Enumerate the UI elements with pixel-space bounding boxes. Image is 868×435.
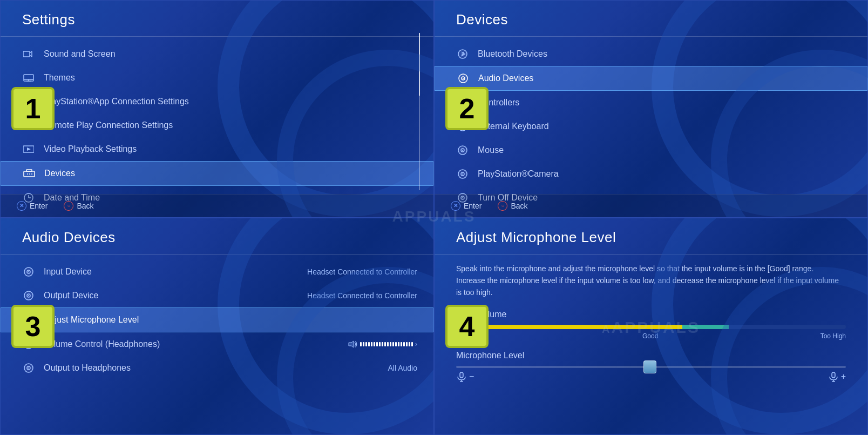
output-headphones-label: Output to Headphones: [44, 363, 131, 373]
audio-devices-icon: [457, 72, 470, 85]
mic-slider-track[interactable]: [456, 366, 846, 368]
menu-item-themes[interactable]: Themes: [1, 66, 433, 90]
input-volume-track[interactable]: [456, 325, 846, 329]
input-device-value: Headset Connected to Controller: [307, 267, 417, 276]
scroll-indicator: [419, 33, 420, 190]
too-high-label: Too High: [820, 332, 846, 340]
mic-description-1: Speak into the microphone and adjust the…: [456, 263, 846, 299]
input-volume-label: Input Volume: [456, 310, 846, 319]
footer-bar-2: ✕ Enter ○ Back: [435, 194, 867, 217]
audio-devices-panel: Audio Devices Input Device Headset Conne…: [0, 218, 434, 436]
volume-ticks: [360, 342, 413, 346]
mouse-icon: [456, 144, 469, 157]
menu-item-devices[interactable]: Devices: [1, 161, 433, 186]
back-button-1[interactable]: ○ Back: [64, 201, 93, 211]
input-device-label: Input Device: [44, 267, 92, 277]
footer-bar-1: ✕ Enter ○ Back: [1, 194, 433, 217]
menu-item-output-device[interactable]: Output Device Headset Connected to Contr…: [1, 284, 433, 307]
output-headphones-icon: [22, 362, 35, 374]
output-headphones-value: All Audio: [388, 364, 417, 372]
svg-point-50: [28, 271, 29, 272]
sound-screen-label: Sound and Screen: [44, 49, 116, 59]
menu-item-controllers[interactable]: Controllers: [435, 91, 867, 115]
audio-devices-label: Audio Devices: [478, 73, 533, 83]
enter-label-2: Enter: [464, 202, 482, 210]
themes-label: Themes: [44, 73, 75, 83]
audio-devices-menu: Input Device Headset Connected to Contro…: [1, 255, 433, 385]
svg-point-44: [462, 173, 463, 175]
menu-item-mouse[interactable]: Mouse: [435, 138, 867, 162]
menu-item-output-headphones[interactable]: Output to Headphones All Audio: [1, 356, 433, 380]
badge-2: 2: [445, 87, 489, 130]
themes-icon: [22, 71, 35, 84]
svg-rect-15: [26, 170, 32, 171]
menu-item-video-playback[interactable]: Video Playback Settings: [1, 137, 433, 161]
back-label-1: Back: [77, 202, 93, 210]
output-device-label: Output Device: [44, 291, 98, 300]
menu-item-ps-camera[interactable]: PlayStation®Camera: [435, 162, 867, 186]
badge-3: 3: [11, 305, 55, 348]
output-device-icon: [22, 289, 35, 302]
o-button-icon: ○: [64, 201, 73, 211]
menu-item-remote-play[interactable]: Remote Play Connection Settings: [1, 113, 433, 137]
audio-devices-title: Audio Devices: [1, 218, 433, 255]
enter-button-2[interactable]: ✕ Enter: [451, 201, 482, 211]
input-device-icon: [22, 265, 35, 278]
adjust-mic-panel: Adjust Microphone Level Speak into the m…: [434, 218, 868, 436]
settings-menu: Sound and Screen Themes PlayStation®Ap: [1, 37, 433, 218]
svg-rect-0: [23, 51, 30, 57]
x-button-icon: ✕: [17, 201, 26, 211]
menu-item-psapp[interactable]: PlayStation®App Connection Settings: [1, 90, 433, 113]
devices-menu: Bluetooth Devices Audio Devices Contro: [435, 37, 867, 215]
settings-panel: Settings Sound and Screen: [0, 0, 434, 218]
speaker-icon: [348, 340, 358, 348]
adjust-mic-title: Adjust Microphone Level: [435, 218, 867, 255]
devices-label: Devices: [44, 169, 75, 178]
menu-item-bluetooth[interactable]: Bluetooth Devices: [435, 42, 867, 66]
mic-slider-thumb[interactable]: [643, 360, 656, 373]
video-playback-label: Video Playback Settings: [44, 144, 137, 154]
svg-point-41: [462, 150, 463, 151]
menu-item-input-device[interactable]: Input Device Headset Connected to Contro…: [1, 260, 433, 284]
slider-labels: Too Low Good Too High: [456, 332, 846, 340]
svg-rect-67: [832, 372, 835, 378]
volume-fill-yellow: [456, 325, 682, 329]
remote-play-label: Remote Play Connection Settings: [44, 121, 173, 130]
devices-title: Devices: [435, 1, 867, 37]
menu-item-ext-keyboard[interactable]: External Keyboard: [435, 115, 867, 138]
sound-screen-icon: [22, 48, 35, 61]
volume-control-label: Volume Control (Headphones): [44, 339, 160, 349]
good-label: Good: [642, 332, 658, 340]
badge-4: 4: [445, 305, 489, 348]
menu-item-volume-control[interactable]: Volume Control (Headphones): [1, 332, 433, 356]
chevron-right-icon: ›: [415, 340, 417, 348]
volume-bar-area: ›: [348, 340, 417, 348]
enter-button-1[interactable]: ✕ Enter: [17, 201, 48, 211]
ps-camera-label: PlayStation®Camera: [478, 169, 559, 179]
mouse-label: Mouse: [478, 145, 504, 155]
bluetooth-label: Bluetooth Devices: [478, 49, 547, 59]
svg-point-53: [28, 295, 29, 296]
bluetooth-icon: [456, 48, 469, 61]
output-device-value: Headset Connected to Controller: [307, 291, 417, 300]
x-button-icon-2: ✕: [451, 201, 460, 211]
ps-camera-icon: [456, 168, 469, 180]
o-button-icon-2: ○: [498, 201, 507, 211]
menu-item-adjust-mic[interactable]: Adjust Microphone Level: [1, 307, 433, 332]
mic-level-label: Microphone Level: [456, 351, 846, 360]
microphone-icon-left: [456, 371, 467, 382]
volume-fill-teal: [682, 325, 729, 329]
mic-minus-icon: −: [456, 371, 474, 382]
badge-1: 1: [11, 87, 55, 130]
menu-item-audio-devices[interactable]: Audio Devices: [435, 66, 867, 91]
psapp-label: PlayStation®App Connection Settings: [44, 97, 189, 106]
back-label-2: Back: [511, 202, 527, 210]
svg-marker-60: [349, 341, 354, 347]
enter-label-1: Enter: [30, 202, 48, 210]
svg-marker-13: [27, 148, 31, 151]
svg-point-32: [463, 78, 464, 79]
devices-panel: Devices Bluetooth Devices Aud: [434, 0, 868, 218]
menu-item-sound-screen[interactable]: Sound and Screen: [1, 42, 433, 66]
svg-rect-64: [460, 372, 463, 378]
back-button-2[interactable]: ○ Back: [498, 201, 527, 211]
